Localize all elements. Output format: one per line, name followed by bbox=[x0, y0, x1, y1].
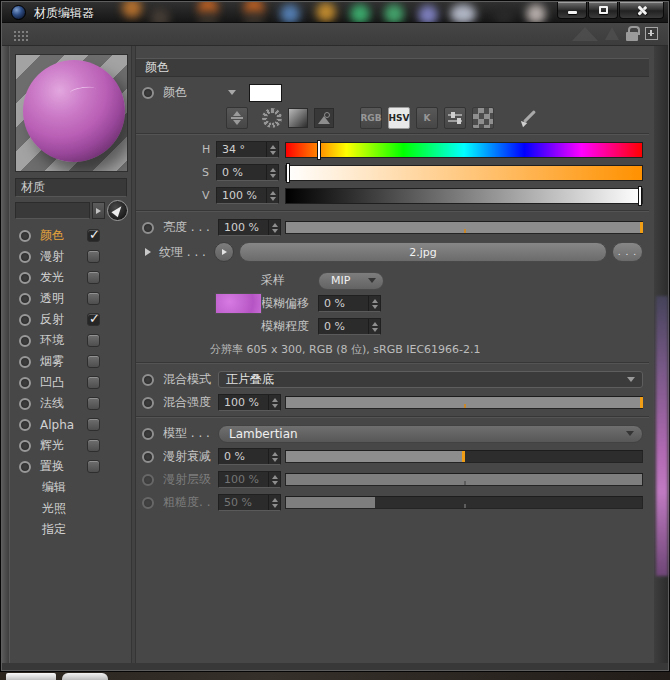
sidebar-item-normal[interactable]: 法线 bbox=[10, 393, 131, 414]
swatches-icon[interactable] bbox=[472, 107, 494, 129]
color-dropdown-icon[interactable] bbox=[228, 90, 236, 95]
value-value-field[interactable]: 100 % bbox=[216, 187, 279, 204]
channel-radio[interactable] bbox=[19, 398, 31, 410]
mix-mode-dropdown[interactable]: 正片叠底 bbox=[218, 371, 643, 388]
taskbar-button[interactable] bbox=[6, 673, 56, 680]
sidebar-item-reflection[interactable]: 反射 bbox=[10, 309, 131, 330]
window-titlebar[interactable]: 材质编辑器 bbox=[2, 2, 668, 23]
sidebar-item-transparency[interactable]: 透明 bbox=[10, 288, 131, 309]
maximize-button[interactable] bbox=[588, 2, 618, 19]
close-button[interactable] bbox=[619, 2, 664, 19]
brightness-radio[interactable] bbox=[142, 222, 154, 234]
color-param-radio[interactable] bbox=[142, 87, 154, 99]
saturation-marker[interactable] bbox=[286, 163, 290, 183]
hue-marker[interactable] bbox=[317, 140, 321, 160]
blur-scale-field[interactable]: 0 % bbox=[318, 318, 381, 335]
channel-radio[interactable] bbox=[19, 440, 31, 452]
lock-icon[interactable] bbox=[626, 32, 638, 41]
taskbar-button[interactable] bbox=[62, 673, 108, 680]
preset-arrow-button[interactable] bbox=[92, 202, 105, 219]
blur-offset-field[interactable]: 0 % bbox=[318, 295, 381, 312]
channel-radio[interactable] bbox=[19, 461, 31, 473]
spinner[interactable] bbox=[266, 165, 278, 180]
texture-browse-button[interactable]: . . . bbox=[612, 242, 643, 262]
sidebar-item-edit[interactable]: 编辑 bbox=[10, 477, 131, 498]
drag-grip[interactable] bbox=[13, 30, 30, 41]
sidebar-item-bump[interactable]: 凹凸 bbox=[10, 372, 131, 393]
channel-radio[interactable] bbox=[19, 356, 31, 368]
material-name-input[interactable] bbox=[15, 178, 127, 197]
preview-scene-icon[interactable] bbox=[572, 27, 598, 41]
brightness-slider[interactable] bbox=[285, 221, 643, 234]
spinner[interactable] bbox=[368, 296, 380, 311]
channel-checkbox[interactable] bbox=[87, 460, 100, 473]
spinner[interactable] bbox=[266, 142, 278, 157]
sidebar-item-glow[interactable]: 辉光 bbox=[10, 435, 131, 456]
texture-thumbnail[interactable] bbox=[215, 293, 262, 314]
hsv-mode-button[interactable]: HSV bbox=[388, 107, 410, 129]
value-marker[interactable] bbox=[638, 186, 642, 206]
channel-radio[interactable] bbox=[19, 314, 31, 326]
preset-field[interactable] bbox=[15, 202, 90, 219]
node-editor-button[interactable] bbox=[107, 200, 128, 221]
channel-checkbox[interactable] bbox=[87, 229, 100, 242]
preview-cone-icon[interactable] bbox=[605, 27, 619, 40]
channel-checkbox[interactable] bbox=[87, 355, 100, 368]
channel-checkbox[interactable] bbox=[87, 292, 100, 305]
channel-checkbox[interactable] bbox=[87, 439, 100, 452]
texture-file-button[interactable]: 2.jpg bbox=[239, 242, 607, 262]
hue-gradient-slider[interactable] bbox=[285, 142, 643, 158]
mix-strength-slider[interactable] bbox=[285, 396, 643, 409]
spinner[interactable] bbox=[266, 188, 278, 203]
sidebar-item-fog[interactable]: 烟雾 bbox=[10, 351, 131, 372]
spinner[interactable] bbox=[368, 319, 380, 334]
spinner[interactable] bbox=[268, 395, 280, 410]
brightness-value-field[interactable]: 100 % bbox=[218, 219, 281, 236]
channel-checkbox[interactable] bbox=[87, 250, 100, 263]
color-image-icon[interactable] bbox=[314, 108, 334, 128]
channel-radio[interactable] bbox=[19, 335, 31, 347]
sidebar-item-environment[interactable]: 环境 bbox=[10, 330, 131, 351]
color-spectrum-icon[interactable] bbox=[288, 108, 308, 128]
channel-radio[interactable] bbox=[19, 419, 31, 431]
saturation-value-field[interactable]: 0 % bbox=[216, 164, 279, 181]
sidebar-item-diffusion[interactable]: 漫射 bbox=[10, 246, 131, 267]
channel-radio[interactable] bbox=[19, 293, 31, 305]
channel-checkbox[interactable] bbox=[87, 397, 100, 410]
channel-radio[interactable] bbox=[19, 251, 31, 263]
sidebar-item-assign[interactable]: 指定 bbox=[10, 519, 131, 540]
sidebar-item-illumination[interactable]: 光照 bbox=[10, 498, 131, 519]
channel-checkbox[interactable] bbox=[87, 313, 100, 326]
model-dropdown[interactable]: Lambertian bbox=[218, 425, 643, 443]
channel-radio[interactable] bbox=[19, 272, 31, 284]
eyedropper-icon[interactable] bbox=[518, 107, 540, 129]
value-gradient-slider[interactable] bbox=[285, 188, 643, 204]
k-mode-button[interactable]: K bbox=[416, 107, 438, 129]
saturation-gradient-slider[interactable] bbox=[285, 165, 643, 181]
diffuse-falloff-radio[interactable] bbox=[142, 451, 154, 463]
diffuse-falloff-slider[interactable] bbox=[285, 450, 643, 463]
sidebar-item-displacement[interactable]: 置换 bbox=[10, 456, 131, 477]
mixer-icon[interactable] bbox=[444, 107, 466, 129]
channel-radio[interactable] bbox=[19, 230, 31, 242]
new-window-icon[interactable] bbox=[645, 27, 658, 40]
hue-value-field[interactable]: 34 ° bbox=[216, 141, 279, 158]
channel-checkbox[interactable] bbox=[87, 376, 100, 389]
channel-checkbox[interactable] bbox=[87, 271, 100, 284]
channel-radio[interactable] bbox=[19, 377, 31, 389]
sampling-dropdown[interactable]: MIP bbox=[318, 272, 384, 290]
minimize-button[interactable] bbox=[557, 2, 587, 19]
expand-arrow-icon[interactable] bbox=[145, 248, 151, 256]
mix-strength-radio[interactable] bbox=[142, 397, 154, 409]
material-preview[interactable] bbox=[15, 54, 128, 172]
mix-strength-field[interactable]: 100 % bbox=[218, 394, 281, 411]
channel-checkbox[interactable] bbox=[87, 334, 100, 347]
texture-menu-button[interactable] bbox=[214, 242, 234, 262]
color-swatch[interactable] bbox=[249, 84, 282, 102]
channel-checkbox[interactable] bbox=[87, 418, 100, 431]
spinner[interactable] bbox=[268, 449, 280, 464]
mix-mode-radio[interactable] bbox=[142, 374, 154, 386]
model-radio[interactable] bbox=[142, 428, 154, 440]
sidebar-item-alpha[interactable]: Alpha bbox=[10, 414, 131, 435]
compact-mode-icon[interactable] bbox=[226, 107, 248, 129]
